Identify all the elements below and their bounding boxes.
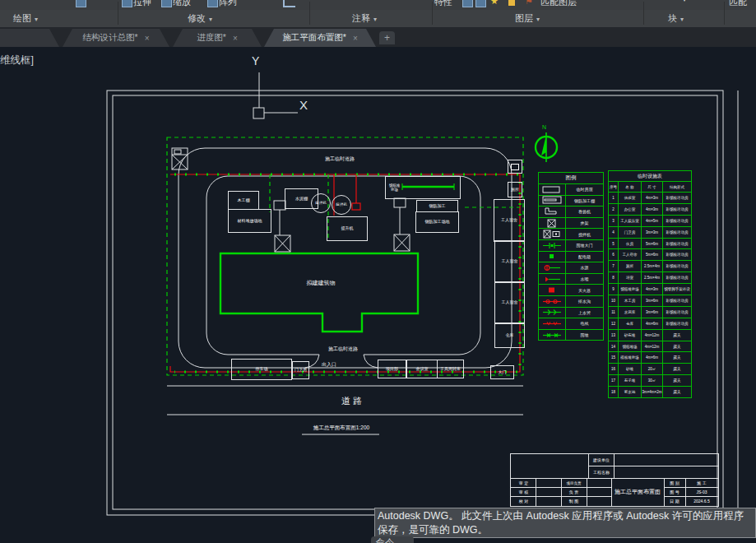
stretch-button[interactable]: 拉伸: [133, 0, 151, 8]
schedule-cell: 彩钢板活动房: [663, 261, 691, 272]
schedule-row: 3工人娱乐室4m×5m彩钢板活动房: [609, 216, 691, 227]
legend-row: 搅拌机: [539, 229, 603, 240]
schedule-cell: 彩钢板活动房: [663, 307, 691, 318]
new-tab-button[interactable]: +: [379, 31, 395, 44]
legend-row: 水源: [539, 262, 603, 274]
box-project-office: 项目部: [378, 360, 406, 378]
stretch-icon[interactable]: [122, 0, 132, 7]
site-road-label-bottom: 施工临时道路: [322, 346, 364, 353]
layer-lock-icon[interactable]: ⚑: [525, 0, 533, 7]
schedule-cell: 石子堆: [619, 375, 642, 386]
schedule-cell: 工人宿舍: [619, 249, 642, 260]
scale-button[interactable]: 缩放: [173, 0, 191, 8]
legend-label: 水嘴: [566, 274, 603, 285]
legend-row: 配电箱: [539, 252, 603, 263]
close-icon[interactable]: ×: [233, 34, 238, 43]
tab-construction-site-plan[interactable]: 施工平面布置图* ×: [264, 29, 376, 47]
autocad-window: 拉伸 缩放 阵列 特性 ★ ⚑ 匹配图层 ▾ 匹配 绘图▾ 修改▾ 注释▾ 图层…: [0, 0, 756, 543]
review-label: 审 核: [513, 488, 535, 496]
schedule-cell: 18: [609, 387, 619, 397]
match-properties-button[interactable]: 匹配: [729, 0, 747, 8]
circle-mixer: 搅拌机: [311, 193, 331, 213]
schedule-cell: 12: [609, 318, 619, 329]
legend-row: 卷扬机: [539, 207, 603, 218]
scale-icon[interactable]: [161, 0, 172, 7]
schedule-cell: 3: [609, 216, 619, 226]
schedule-cell: 5: [609, 239, 619, 249]
box-warehouse: 仓库: [494, 323, 525, 348]
file-tab-bar: 结构设计总图* × 进度图* × 施工平面布置图* × +: [0, 27, 756, 47]
box-parking: 停车场: [231, 359, 292, 380]
properties-button[interactable]: 特性: [434, 0, 452, 8]
legend-label: 搅拌机: [566, 229, 603, 239]
schedule-cell: 模板堆放场: [619, 352, 642, 363]
layer-tool-icon[interactable]: [475, 0, 486, 7]
close-icon[interactable]: ×: [353, 34, 358, 43]
legend-label: 井架: [566, 218, 603, 229]
schedule-cell: 15: [609, 352, 619, 363]
schedule-cell: 14: [609, 341, 619, 352]
schedule-cell: 1: [609, 193, 619, 203]
lshape-symbol-icon: [539, 207, 566, 217]
sq-green-symbol-icon: [539, 252, 566, 262]
legend-label: 灭火器: [566, 285, 603, 295]
panel-annotate[interactable]: 注释▾: [352, 12, 377, 25]
schedule-cell: 4m×5m: [642, 216, 663, 226]
layer-star-icon[interactable]: ★: [490, 0, 499, 7]
panel-draw[interactable]: 绘图▾: [13, 12, 38, 25]
schedule-cell: 水泥库: [619, 307, 642, 318]
schedule-cell: 露天: [663, 341, 691, 352]
schedule-header-cell: 尺 寸: [642, 182, 663, 192]
schedule-cell: 2.5m×4m: [642, 272, 663, 283]
schedule-row: 11水泥库3m×6m彩钢板活动房: [609, 307, 691, 318]
schedule-cell: 4m×6m: [642, 318, 663, 329]
tab-progress-chart[interactable]: 进度图* ×: [173, 29, 262, 47]
schedule-cell: 彩钢板活动房: [663, 318, 691, 329]
schedule-row: 8浴室2.5m×4m彩钢板活动房: [609, 272, 691, 284]
owner-label: 建设单位: [589, 455, 614, 465]
line-arrow-symbol-icon: [539, 308, 566, 318]
tab-partial[interactable]: [0, 29, 59, 47]
panel-modify-label: 修改: [188, 13, 206, 23]
command-line[interactable]: 命令: [371, 536, 414, 543]
box-toilet: 厕所: [508, 182, 522, 197]
layer-tool-icon[interactable]: [462, 0, 473, 7]
legend-label: 排水沟: [566, 296, 603, 307]
schedule-cell: 7: [609, 261, 619, 272]
box-distribution: [508, 160, 522, 174]
fillet-icon[interactable]: [283, 0, 295, 7]
panel-modify[interactable]: 修改▾: [188, 12, 212, 25]
match-layer-button[interactable]: 匹配图层: [540, 0, 577, 8]
legend-label: 配电箱: [566, 252, 603, 262]
rect-bar-symbol-icon: [539, 196, 566, 207]
schedule-cell: 门卫房: [619, 227, 642, 238]
line-circle-symbol-icon: [539, 296, 566, 307]
legend-label: 上水管: [566, 308, 603, 318]
schedule-cell: 伙房: [619, 239, 642, 249]
panel-layers[interactable]: 图层▾: [515, 12, 540, 25]
schedule-cell: 工人娱乐室: [619, 216, 642, 226]
tab-structure-plan[interactable]: 结构设计总图* ×: [63, 29, 169, 47]
array-icon[interactable]: [207, 0, 218, 7]
panel-block[interactable]: 块▾: [668, 12, 684, 25]
box-rebar-yard: 钢筋堆放场: [385, 176, 461, 199]
red-box-symbol-icon: [539, 285, 566, 295]
schedule-header-cell: 名 称: [619, 182, 642, 192]
box-dorm: 工人宿舍: [494, 240, 525, 283]
category-label: 图 别: [665, 479, 684, 487]
layer-freeze-icon[interactable]: [508, 0, 515, 6]
array-button[interactable]: 阵列: [219, 0, 237, 8]
tab-label: 施工平面布置图*: [282, 32, 346, 44]
panel-separator: [643, 2, 644, 25]
valve-symbol-icon: [539, 262, 566, 273]
schedule-cell: 厕所: [619, 261, 642, 272]
panel-annotate-label: 注释: [352, 13, 370, 23]
schedule-cell: 木工房: [619, 295, 642, 306]
tool-icon[interactable]: [76, 0, 86, 7]
box-dorm: 工人宿舍: [494, 281, 525, 324]
close-icon[interactable]: ×: [145, 34, 150, 43]
site-road-label-top: 施工临时道路: [317, 155, 363, 163]
number-label: 图 号: [665, 488, 684, 496]
block-dropdown-icon[interactable]: ▾: [683, 0, 686, 3]
drawing-canvas[interactable]: 维线框]: [0, 47, 756, 543]
